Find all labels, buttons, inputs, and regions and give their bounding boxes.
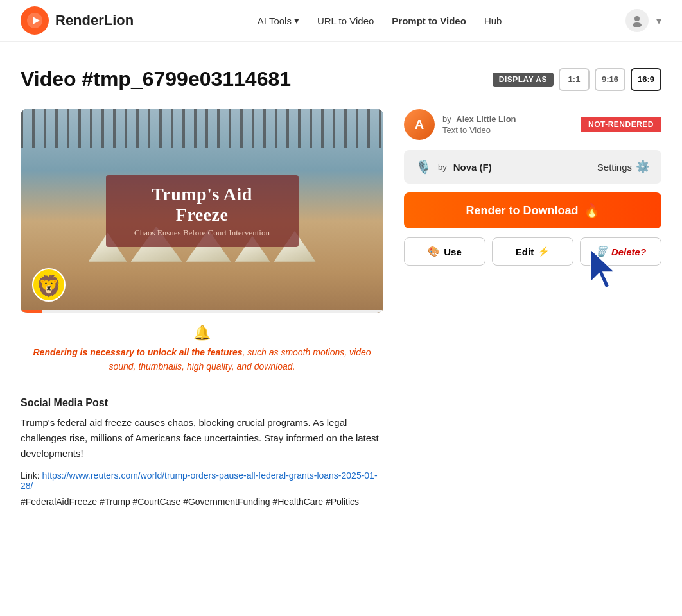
author-info: A by Alex Little Lion Text to Video <box>404 109 516 140</box>
ratio-1-1-button[interactable]: 1:1 <box>559 68 590 91</box>
video-overlay-box: Trump's Aid Freeze Chaos Ensues Before C… <box>106 175 299 247</box>
nova-name: Nova (F) <box>453 162 492 173</box>
navbar: RenderLion AI Tools ▾ URL to Video Promp… <box>0 0 682 42</box>
brand-name: RenderLion <box>55 12 134 29</box>
fire-icon: 🔥 <box>584 203 600 218</box>
settings-button[interactable]: Settings ⚙️ <box>597 160 650 174</box>
social-post-link-row: Link: https://www.reuters.com/world/trum… <box>21 470 383 491</box>
video-progress-bar <box>21 310 383 313</box>
fence-graphic <box>21 109 383 148</box>
delete-button-label: Delete? <box>611 246 646 257</box>
social-post-hashtags: #FederalAidFreeze #Trump #CourtCase #Gov… <box>21 495 383 510</box>
two-col-layout: Trump's Aid Freeze Chaos Ensues Before C… <box>21 109 661 509</box>
use-button[interactable]: 🎨 Use <box>404 237 485 266</box>
alert-text: Rendering is necessary to unlock all the… <box>21 345 383 374</box>
navbar-right: ▾ <box>625 9 661 32</box>
social-post-label: Social Media Post <box>21 397 383 409</box>
render-button-label: Render to Download <box>466 204 579 218</box>
settings-label: Settings <box>597 162 632 173</box>
social-post-body: Trump's federal aid freeze causes chaos,… <box>21 415 383 461</box>
alert-bold-text: Rendering is necessary to unlock all the… <box>33 347 243 357</box>
social-post-section: Social Media Post Trump's federal aid fr… <box>21 397 383 510</box>
page-title: Video #tmp_6799e03114681 <box>21 67 291 91</box>
edit-button[interactable]: Edit ⚡ <box>492 237 573 266</box>
left-column: Trump's Aid Freeze Chaos Ensues Before C… <box>21 109 383 509</box>
social-post-link[interactable]: https://www.reuters.com/world/trump-orde… <box>21 470 378 491</box>
nova-row: 🎙️ by Nova (F) Settings ⚙️ <box>404 150 661 184</box>
display-as-label: DISPLAY AS <box>493 73 554 87</box>
nova-by-label: by <box>438 162 447 172</box>
svg-point-2 <box>634 16 640 21</box>
display-as-group: DISPLAY AS 1:1 9:16 16:9 <box>493 68 661 91</box>
gear-icon: ⚙️ <box>636 160 650 174</box>
alert-section: 🔔 Rendering is necessary to unlock all t… <box>21 325 383 374</box>
edit-icon: ⚡ <box>538 246 550 257</box>
user-dropdown-icon[interactable]: ▾ <box>656 15 661 27</box>
trash-icon: 🗑️ <box>595 246 608 257</box>
user-avatar-icon[interactable] <box>625 9 649 32</box>
nav-url-to-video[interactable]: URL to Video <box>317 15 374 26</box>
brand-logo-link[interactable]: RenderLion <box>21 6 134 35</box>
use-button-label: Use <box>444 246 462 257</box>
action-buttons-wrapper: Render to Download 🔥 🎨 Use Edit ⚡ 🗑️ Del… <box>404 193 661 266</box>
microphone-icon: 🎙️ <box>415 159 432 175</box>
palette-icon: 🎨 <box>428 246 440 257</box>
right-column: A by Alex Little Lion Text to Video NOT-… <box>404 109 661 266</box>
delete-button[interactable]: 🗑️ Delete? <box>580 237 661 266</box>
nova-left: 🎙️ by Nova (F) <box>415 159 492 175</box>
main-content: Video #tmp_6799e03114681 DISPLAY AS 1:1 … <box>0 42 682 548</box>
avatar-emoji: 🦁 <box>33 270 64 302</box>
nav-hub[interactable]: Hub <box>484 15 502 26</box>
alert-bell-icon: 🔔 <box>21 325 383 341</box>
action-row: 🎨 Use Edit ⚡ 🗑️ Delete? <box>404 237 661 266</box>
video-subheadline: Chaos Ensues Before Court Intervention <box>124 228 281 238</box>
author-type: Text to Video <box>442 125 516 135</box>
video-avatar: 🦁 <box>32 268 66 302</box>
nav-links: AI Tools ▾ URL to Video Prompt to Video … <box>258 15 502 26</box>
video-preview[interactable]: Trump's Aid Freeze Chaos Ensues Before C… <box>21 109 383 313</box>
svg-point-3 <box>633 22 642 27</box>
ratio-9-16-button[interactable]: 9:16 <box>595 68 625 91</box>
video-headline: Trump's Aid Freeze <box>124 184 281 225</box>
author-by: by Alex Little Lion <box>442 114 516 124</box>
video-inner: Trump's Aid Freeze Chaos Ensues Before C… <box>21 109 383 313</box>
render-to-download-button[interactable]: Render to Download 🔥 <box>404 193 661 228</box>
ratio-16-9-button[interactable]: 16:9 <box>631 68 661 91</box>
author-row: A by Alex Little Lion Text to Video NOT-… <box>404 109 661 140</box>
nav-ai-tools[interactable]: AI Tools ▾ <box>258 15 299 26</box>
video-progress-fill <box>21 310 42 313</box>
link-prefix: Link: <box>21 470 42 481</box>
nav-prompt-to-video[interactable]: Prompt to Video <box>392 15 466 26</box>
author-avatar: A <box>404 109 435 140</box>
edit-button-label: Edit <box>516 246 534 257</box>
page-title-row: Video #tmp_6799e03114681 DISPLAY AS 1:1 … <box>21 67 661 91</box>
brand-logo-icon <box>21 6 49 35</box>
chevron-down-icon: ▾ <box>294 15 299 26</box>
author-meta: by Alex Little Lion Text to Video <box>442 114 516 135</box>
author-name: Alex Little Lion <box>456 114 516 124</box>
not-rendered-badge: NOT-RENDERED <box>581 117 661 132</box>
